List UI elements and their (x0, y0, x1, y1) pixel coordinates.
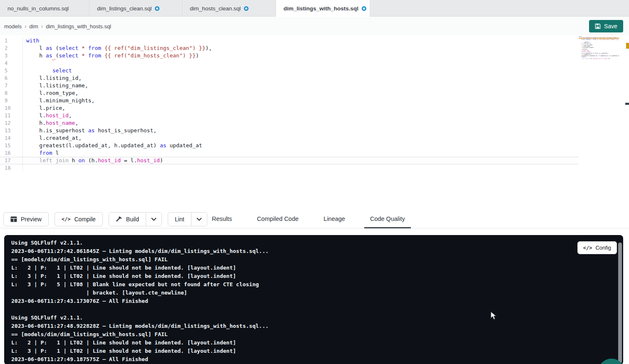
lint-dropdown-button[interactable] (191, 213, 207, 226)
file-tab-label: dim_listings_clean.sql (97, 5, 152, 12)
code-line-text: h as (select * from {{ ref("dim_hosts_cl… (23, 52, 579, 59)
terminal-output-line: L: 3 | P: 1 | LT02 | Line should not be … (11, 272, 623, 280)
editor-minimap[interactable]: with l as (select * from {{ ref("dim_lis… (579, 35, 619, 61)
code-line[interactable]: 1with (0, 37, 579, 45)
code-line-text (23, 59, 579, 67)
file-tab[interactable]: no_nulls_in_columns.sql (0, 0, 90, 17)
code-line-text: left join h on (h.host_id = l.host_id) (23, 157, 579, 164)
build-button[interactable]: Build (109, 213, 146, 226)
line-number: 17 (0, 157, 23, 164)
terminal-output-line: Using SQLFluff v2.1.1. (11, 239, 623, 247)
line-number: 3 (0, 52, 23, 59)
file-tab[interactable]: dim_listings_with_hosts.sql (276, 0, 370, 17)
breadcrumb-separator-icon: › (25, 23, 27, 30)
line-number: 8 (0, 89, 23, 97)
code-line[interactable]: 15 greatest(l.updated_at, h.updated_at) … (0, 142, 579, 149)
lint-split-button: Lint (168, 212, 207, 226)
result-panel-tabs: ResultsCompiled CodeLineageCode Quality (206, 210, 411, 228)
code-line[interactable]: 6 l.listing_id, (0, 74, 579, 82)
file-tab[interactable]: dim_listings_clean.sql (90, 0, 182, 17)
panel-tab-code-quality[interactable]: Code Quality (364, 210, 411, 228)
terminal-output-line: 2023-06-06T11:27:42.861845Z – Linting mo… (11, 247, 623, 255)
compile-button-label: Compile (74, 216, 95, 223)
terminal-output-line: 2023-06-06T11:27:49.187575Z – All Finish… (11, 355, 623, 364)
code-line[interactable]: 3 h as (select * from {{ ref("dim_hosts_… (0, 52, 579, 59)
terminal-output-line: L: 3 | P: 1 | LT02 | Line should not be … (11, 347, 623, 355)
code-line-text: l.host_id, (23, 112, 579, 119)
code-line[interactable]: 10 l.price, (0, 104, 579, 112)
save-icon (595, 23, 601, 29)
code-line[interactable]: 14 l.created_at, (0, 134, 579, 142)
build-split-button: Build (109, 212, 162, 226)
code-line[interactable]: 13 h.is_superhost as host_is_superhost, (0, 127, 579, 134)
code-line-text: h.host_name, (23, 119, 579, 127)
terminal-output-line: L: 2 | P: 1 | LT02 | Line should not be … (11, 339, 623, 347)
chevron-down-icon (151, 218, 157, 221)
line-number: 6 (0, 74, 23, 82)
build-dropdown-button[interactable] (146, 213, 162, 226)
code-brackets-icon: </> (62, 216, 71, 222)
code-line[interactable]: 12 h.host_name, (0, 119, 579, 127)
terminal-output-line (11, 305, 623, 314)
code-line-text: l.listing_id, (23, 74, 579, 82)
code-line[interactable]: 11 l.host_id, (0, 112, 579, 119)
config-button-label: Config (595, 245, 611, 251)
code-line[interactable]: 8 l.room_type, (0, 89, 579, 97)
code-line[interactable]: 17 left join h on (h.host_id = l.host_id… (0, 157, 579, 164)
panel-tab-lineage[interactable]: Lineage (318, 210, 351, 228)
preview-table-icon (10, 216, 17, 222)
code-line-text: from l (23, 149, 579, 157)
line-number: 9 (0, 97, 23, 104)
line-number: 15 (0, 142, 23, 149)
code-line-text: l.listing_name, (23, 82, 579, 89)
code-line[interactable]: 4 (0, 59, 579, 67)
save-button[interactable]: Save (589, 20, 623, 32)
terminal-output-line: 2023-06-06T11:27:43.173076Z – All Finish… (11, 297, 623, 305)
preview-button[interactable]: Preview (3, 212, 49, 226)
file-tab-bar: no_nulls_in_columns.sqldim_listings_clea… (0, 0, 629, 17)
code-editor[interactable]: 1with2 l as (select * from {{ ref("dim_l… (0, 35, 629, 210)
line-number: 2 (0, 45, 23, 52)
terminal-scrollbar-thumb[interactable] (618, 243, 622, 363)
line-number: 4 (0, 59, 23, 67)
code-line[interactable]: 18 (0, 164, 579, 172)
terminal-output-line: == [models/dim/dim_listings_with_hosts.s… (11, 255, 623, 264)
code-line-text (23, 164, 579, 172)
code-line-text: select (23, 67, 579, 74)
panel-tab-results[interactable]: Results (206, 210, 238, 228)
save-button-label: Save (604, 23, 617, 30)
panel-tab-compiled-code[interactable]: Compiled Code (251, 210, 304, 228)
file-header-bar: models›dim›dim_listings_with_hosts.sql S… (0, 17, 629, 35)
action-toolbar: Preview </> Compile Build Lint (0, 210, 629, 228)
overview-ruler-warning-marker (626, 43, 629, 49)
breadcrumb-item[interactable]: dim (30, 23, 38, 30)
preview-button-label: Preview (21, 216, 42, 223)
code-line[interactable]: 5 select (0, 67, 579, 74)
lint-button-label: Lint (175, 216, 184, 223)
terminal-output-line: L: 3 | P: 5 | LT08 | Blank line expected… (11, 280, 623, 289)
terminal-output-line: | bracket. [layout.cte_newline] (11, 289, 623, 297)
unsaved-changes-icon (155, 6, 159, 11)
code-line[interactable]: 16 from l (0, 149, 579, 157)
line-number: 12 (0, 119, 23, 127)
code-line-text: h.is_superhost as host_is_superhost, (23, 127, 579, 134)
code-line[interactable]: 9 l.minimum_nights, (0, 97, 579, 104)
file-tab[interactable]: dim_hosts_clean.sql (182, 0, 276, 17)
compile-button[interactable]: </> Compile (55, 212, 103, 226)
terminal-output-line: == [models/dim/dim_listings_with_hosts.s… (11, 330, 623, 339)
code-line[interactable]: 7 l.listing_name, (0, 82, 579, 89)
terminal-output-line: L: 2 | P: 1 | LT02 | Line should not be … (11, 264, 623, 272)
breadcrumb: models›dim›dim_listings_with_hosts.sql (4, 17, 111, 35)
breadcrumb-item[interactable]: dim_listings_with_hosts.sql (46, 23, 111, 30)
breadcrumb-item[interactable]: models (4, 23, 22, 30)
code-line[interactable]: 2 l as (select * from {{ ref("dim_listin… (0, 45, 579, 52)
code-line-text: l.created_at, (23, 134, 579, 142)
line-number: 13 (0, 127, 23, 134)
config-button[interactable]: </> Config (577, 241, 617, 254)
file-tab-label: dim_listings_with_hosts.sql (283, 5, 358, 12)
lint-button[interactable]: Lint (168, 213, 191, 226)
unsaved-changes-icon (244, 6, 249, 11)
line-number: 1 (0, 37, 23, 45)
build-button-label: Build (126, 216, 139, 223)
terminal-output-line: Using SQLFluff v2.1.1. (11, 314, 623, 322)
